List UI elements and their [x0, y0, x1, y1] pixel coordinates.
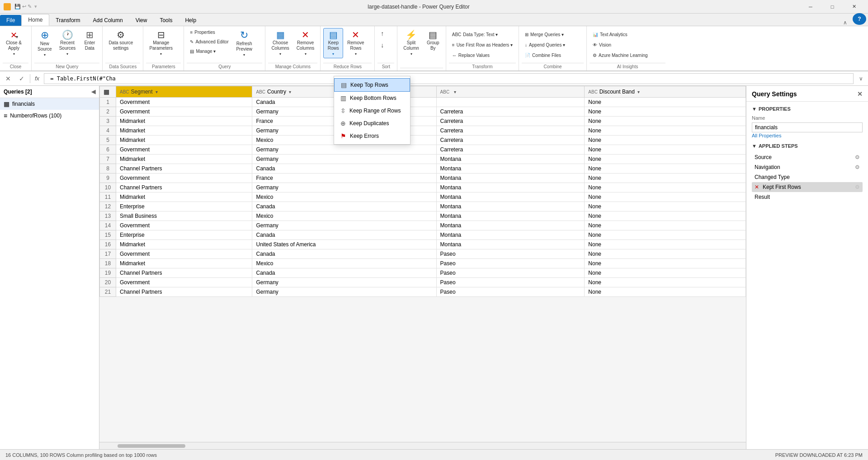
advanced-editor-button[interactable]: ✎ Advanced Editor: [187, 38, 232, 46]
country-dropdown[interactable]: ▾: [289, 89, 291, 94]
col3-dropdown[interactable]: ▾: [454, 89, 456, 94]
settings-close-button[interactable]: ✕: [857, 90, 863, 98]
formula-input[interactable]: [44, 73, 854, 84]
help-icon[interactable]: ?: [853, 13, 866, 25]
maximize-button[interactable]: □: [822, 0, 843, 14]
step-kept-first-rows-gear[interactable]: ⚙: [855, 184, 860, 190]
cell-segment: Channel Partners: [116, 183, 252, 192]
tab-view[interactable]: View: [129, 15, 154, 26]
column-header-col3[interactable]: ABC ▾: [436, 86, 585, 98]
ai-content: 📊 Text Analytics 👁 Vision ⚙ Azure Machin…: [590, 28, 665, 62]
step-source-gear[interactable]: ⚙: [855, 154, 860, 160]
minimize-button[interactable]: ─: [800, 0, 821, 14]
remove-rows-button[interactable]: ✕ RemoveRows ▾: [344, 28, 367, 58]
remove-rows-icon: ✕: [352, 30, 359, 39]
row-num: 11: [100, 192, 116, 202]
dropdown-keep-bottom-rows[interactable]: ▥ Keep Bottom Rows: [334, 92, 410, 104]
tab-tools[interactable]: Tools: [153, 15, 179, 26]
replace-values-button[interactable]: ↔ Replace Values: [449, 51, 493, 60]
table-select-all[interactable]: ▦: [104, 88, 109, 95]
cell-col3: Montana: [436, 174, 585, 183]
step-result[interactable]: Result: [752, 192, 863, 202]
column-header-discount-band[interactable]: ABC Discount Band ▾: [585, 86, 746, 98]
sort-desc-icon: ↓: [381, 42, 384, 49]
segment-dropdown[interactable]: ▾: [156, 89, 158, 94]
queries-collapse-button[interactable]: ◀: [91, 89, 95, 95]
discount-band-dropdown[interactable]: ▾: [637, 89, 640, 94]
keep-range-label: Keep Range of Rows: [349, 108, 401, 114]
cell-segment: Government: [116, 249, 252, 259]
step-source[interactable]: Source ⚙: [752, 152, 863, 162]
formula-expand-button[interactable]: ∨: [856, 75, 865, 82]
dropdown-keep-range-of-rows[interactable]: ⇳ Keep Range of Rows: [334, 104, 410, 117]
use-first-row-button[interactable]: ≡ Use First Row as Headers ▾: [449, 41, 516, 49]
data-table-container[interactable]: ▦ ABC Segment ▾ ABC Cou: [99, 86, 746, 442]
cell-col3: Carretera: [436, 117, 585, 126]
text-analytics-button[interactable]: 📊 Text Analytics: [590, 30, 631, 39]
step-kept-first-rows[interactable]: ✕ Kept First Rows ⚙: [752, 182, 863, 192]
remove-columns-button[interactable]: ✕ RemoveColumns ▾: [293, 28, 317, 58]
applied-steps-list: Source ⚙ Navigation ⚙ Changed Type ✕ Kep…: [752, 152, 863, 202]
dropdown-keep-duplicates[interactable]: ⊕ Keep Duplicates: [334, 117, 410, 130]
segment-label: Segment: [131, 89, 153, 95]
data-source-settings-button[interactable]: ⚙ Data sourcesettings: [105, 28, 136, 53]
dropdown-keep-top-rows[interactable]: ▤ Keep Top Rows: [334, 78, 410, 92]
cell-segment: Channel Partners: [116, 268, 252, 278]
ribbon-group-sort: ↑ ↓ Sort: [375, 26, 397, 70]
manage-button[interactable]: ▤ Manage ▾: [187, 47, 232, 56]
tab-help[interactable]: Help: [179, 15, 203, 26]
recent-sources-button[interactable]: 🕐 RecentSources ▾: [56, 28, 79, 58]
formula-confirm-button[interactable]: ✓: [16, 73, 27, 84]
group-by-button[interactable]: ▤ GroupBy: [423, 28, 443, 53]
app-icon: [4, 3, 11, 10]
properties-collapse-icon[interactable]: ▼: [752, 106, 757, 112]
tab-transform[interactable]: Transform: [49, 15, 86, 26]
choose-columns-button[interactable]: ▦ ChooseColumns ▾: [268, 28, 292, 58]
tab-home[interactable]: Home: [21, 14, 49, 26]
append-queries-button[interactable]: ↓ Append Queries ▾: [522, 41, 568, 49]
close-button[interactable]: ✕: [844, 0, 864, 14]
dropdown-keep-errors[interactable]: ⚑ Keep Errors: [334, 130, 410, 142]
kept-first-rows-inner: ✕ Kept First Rows: [755, 184, 801, 190]
step-navigation[interactable]: Navigation ⚙: [752, 162, 863, 172]
applied-steps-collapse-icon[interactable]: ▼: [752, 143, 757, 149]
tab-add-column[interactable]: Add Column: [87, 15, 129, 26]
vision-button[interactable]: 👁 Vision: [590, 41, 614, 49]
close-apply-button[interactable]: ✕ ▾ Close &Apply ▾: [3, 28, 25, 58]
name-input[interactable]: [752, 122, 863, 132]
window-controls[interactable]: ─ □ ✕: [800, 0, 864, 14]
split-column-button[interactable]: ⚡ SplitColumn ▾: [400, 28, 422, 58]
azure-ml-button[interactable]: ⚙ Azure Machine Learning: [590, 51, 651, 60]
manage-parameters-button[interactable]: ⊟ ManageParameters ▾: [146, 28, 176, 58]
cell-country: Canada: [252, 268, 436, 278]
cell-segment: Midmarket: [116, 155, 252, 164]
formula-cancel-button[interactable]: ✕: [3, 73, 14, 84]
ribbon-group-reduce-rows: ▤ KeepRows ▾ ✕ RemoveRows ▾ Reduce Rows: [321, 26, 375, 70]
new-source-button[interactable]: ⊕ NewSource ▾: [34, 28, 55, 59]
query-item-number-of-rows[interactable]: ≡ NumberofRows (100): [0, 110, 99, 122]
enter-data-button[interactable]: ⊞ EnterData: [80, 28, 99, 53]
step-navigation-gear[interactable]: ⚙: [855, 164, 860, 170]
column-header-segment[interactable]: ABC Segment ▾: [116, 86, 252, 98]
sort-desc-button[interactable]: ↓: [377, 40, 387, 51]
tab-file[interactable]: File: [0, 15, 21, 26]
step-changed-type[interactable]: Changed Type: [752, 172, 863, 182]
row-num: 4: [100, 126, 116, 136]
data-type-button[interactable]: ABC Data Type: Text ▾: [449, 30, 501, 39]
combine-files-button[interactable]: 📄 Combine Files: [522, 51, 564, 60]
ribbon-group-data-sources: ⚙ Data sourcesettings Data Sources: [103, 26, 143, 70]
close-group-content: ✕ ▾ Close &Apply ▾: [3, 28, 28, 62]
ribbon-group-ai: 📊 Text Analytics 👁 Vision ⚙ Azure Machin…: [587, 26, 668, 70]
query-item-financials[interactable]: ▦ financials: [0, 98, 99, 110]
all-properties-link[interactable]: All Properties: [752, 133, 781, 138]
collapse-ribbon-button[interactable]: ∧: [840, 19, 851, 26]
sort-asc-button[interactable]: ↑: [377, 28, 387, 39]
formula-divider: [30, 74, 30, 83]
keep-rows-button[interactable]: ▤ KeepRows ▾: [323, 28, 343, 58]
refresh-preview-button[interactable]: ↻ RefreshPreview ▾: [233, 28, 255, 59]
refresh-preview-icon: ↻: [240, 30, 248, 40]
horizontal-scrollbar[interactable]: [99, 442, 746, 449]
keep-rows-chevron: ▾: [332, 52, 334, 56]
properties-button[interactable]: ≡ Properties: [187, 28, 232, 37]
merge-queries-button[interactable]: ⊞ Merge Queries ▾: [522, 30, 567, 39]
